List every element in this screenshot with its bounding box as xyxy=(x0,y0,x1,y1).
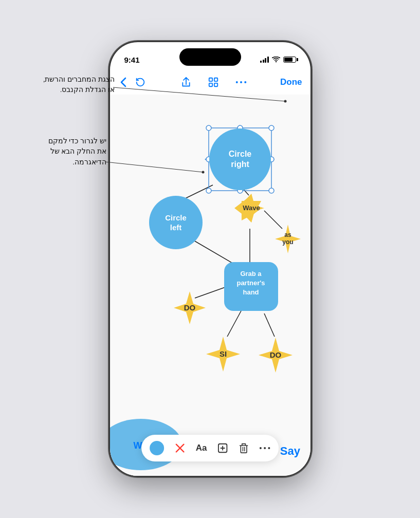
svg-rect-0 xyxy=(209,78,212,81)
svg-point-21 xyxy=(269,125,274,131)
back-button[interactable] xyxy=(118,75,129,89)
color-picker[interactable] xyxy=(150,441,164,455)
svg-text:Wave: Wave xyxy=(243,204,260,212)
grid-button[interactable] xyxy=(206,75,221,90)
svg-text:Circle: Circle xyxy=(228,150,251,158)
signal-icon xyxy=(260,57,269,63)
svg-text:Grab a: Grab a xyxy=(240,270,262,278)
done-button[interactable]: Done xyxy=(280,77,302,87)
delete-button[interactable] xyxy=(239,442,249,454)
svg-point-56 xyxy=(260,447,262,449)
battery-icon xyxy=(283,57,296,63)
svg-text:left: left xyxy=(170,223,181,232)
svg-text:you: you xyxy=(282,238,293,246)
undo-button[interactable] xyxy=(133,75,148,90)
svg-text:as: as xyxy=(284,231,291,238)
annotation-2-text: יש לגרור כדי למקםאת החלק הבא שלהדיאגרמה. xyxy=(11,136,106,168)
phone-frame: 9:41 xyxy=(110,42,311,476)
svg-text:DO: DO xyxy=(184,303,195,312)
svg-text:SI: SI xyxy=(219,349,226,358)
svg-point-6 xyxy=(244,81,246,83)
more-button[interactable] xyxy=(233,78,249,86)
svg-text:DO: DO xyxy=(269,350,281,359)
annotation-2: יש לגרור כדי למקםאת החלק הבא שלהדיאגרמה. xyxy=(11,136,106,168)
svg-text:partner's: partner's xyxy=(236,279,265,287)
svg-text:right: right xyxy=(231,160,249,169)
bottom-toolbar: Aa xyxy=(141,435,279,461)
svg-line-13 xyxy=(264,313,275,337)
svg-point-57 xyxy=(264,447,266,449)
more-options-button[interactable] xyxy=(259,446,270,450)
annotation-1: הצגת המחברים והרשת,או הגדלת הקנבס. xyxy=(20,75,115,96)
svg-point-31 xyxy=(149,196,203,249)
svg-rect-2 xyxy=(209,83,212,86)
status-time: 9:41 xyxy=(124,55,140,64)
svg-rect-3 xyxy=(214,83,217,86)
svg-text:Say: Say xyxy=(280,445,300,457)
svg-rect-1 xyxy=(214,78,217,81)
svg-point-20 xyxy=(206,125,211,131)
svg-line-12 xyxy=(227,311,241,337)
wand-button[interactable] xyxy=(174,442,186,454)
text-button[interactable]: Aa xyxy=(196,443,207,453)
add-element-button[interactable] xyxy=(217,442,228,454)
top-toolbar: Done xyxy=(110,70,311,95)
dynamic-island xyxy=(179,48,241,66)
svg-point-4 xyxy=(236,81,238,83)
svg-text:hand: hand xyxy=(243,288,259,296)
svg-point-22 xyxy=(206,188,211,193)
svg-point-5 xyxy=(240,81,242,83)
svg-text:Circle: Circle xyxy=(165,213,187,222)
diagram-svg: Circle right Circle left Wave as you Gra… xyxy=(110,95,311,476)
status-icons xyxy=(260,57,296,63)
share-button[interactable] xyxy=(179,75,193,90)
svg-point-28 xyxy=(209,128,271,190)
wifi-icon xyxy=(272,57,280,63)
svg-line-9 xyxy=(264,211,282,229)
annotation-1-text: הצגת המחברים והרשת,או הגדלת הקנבס. xyxy=(20,75,115,96)
svg-point-58 xyxy=(268,447,270,449)
canvas-area[interactable]: Circle right Circle left Wave as you Gra… xyxy=(110,95,311,476)
svg-point-23 xyxy=(269,188,274,193)
